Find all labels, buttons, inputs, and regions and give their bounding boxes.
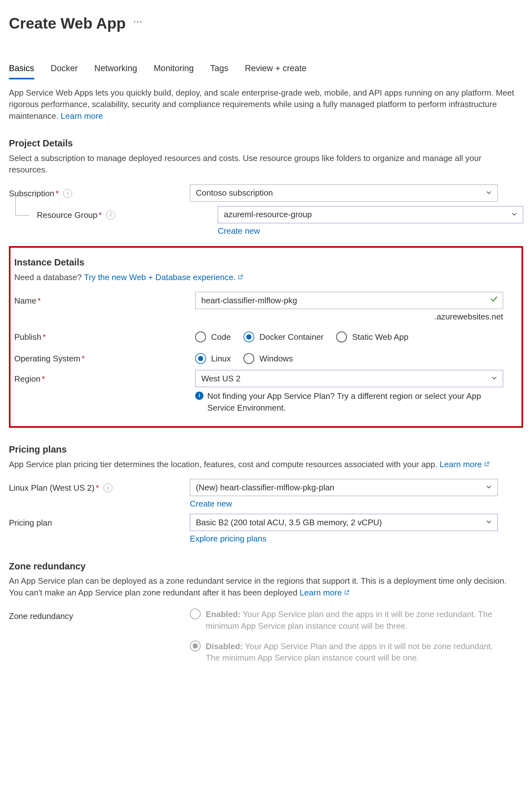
chevron-down-icon [485,517,492,528]
radio-icon [190,641,201,651]
publish-option-code[interactable]: Code [195,331,231,343]
os-option-windows-label: Windows [259,353,293,364]
publish-option-docker[interactable]: Docker Container [243,331,323,343]
explore-pricing-plans-link[interactable]: Explore pricing plans [190,534,266,544]
info-icon[interactable]: i [103,483,112,492]
tab-tags[interactable]: Tags [210,63,228,79]
zone-option-disabled-label: Disabled: Your App Service Plan and the … [206,641,498,664]
tab-monitoring[interactable]: Monitoring [154,63,194,79]
radio-icon [190,608,201,619]
external-link-icon [344,587,349,598]
zone-option-enabled-title: Enabled: [206,609,241,619]
instance-db-prompt-text: Need a database? [14,273,84,282]
chevron-down-icon [485,482,492,493]
required-marker: * [81,353,85,364]
linux-plan-select[interactable]: (New) heart-classifier-mlflow-pkg-plan [190,479,498,496]
section-pricing-desc-text: App Service plan pricing tier determines… [9,460,440,469]
name-label: Name [14,295,36,306]
section-pricing-heading: Pricing plans [9,443,523,456]
chevron-down-icon [485,187,492,199]
more-actions-icon[interactable]: ··· [133,16,143,31]
os-label: Operating System [14,353,80,364]
publish-option-docker-label: Docker Container [259,331,323,343]
os-option-windows[interactable]: Windows [243,353,293,364]
publish-option-staticwebapp[interactable]: Static Web App [336,331,408,343]
section-pricing-desc: App Service plan pricing tier determines… [9,459,517,470]
name-value: heart-classifier-mlflow-pkg [201,295,297,306]
info-icon[interactable]: i [106,211,115,219]
linux-plan-label: Linux Plan (West US 2) [9,482,95,493]
os-option-linux[interactable]: Linux [195,353,231,364]
tab-docker[interactable]: Docker [51,63,78,79]
section-zone-desc: An App Service plan can be deployed as a… [9,575,517,598]
section-zone-desc-text: An App Service plan can be deployed as a… [9,576,507,597]
required-marker: * [55,188,59,199]
tab-basics[interactable]: Basics [9,63,34,79]
os-option-linux-label: Linux [211,353,231,364]
required-marker: * [43,331,46,343]
pricing-learn-more-label: Learn more [440,459,482,470]
zone-learn-more-link[interactable]: Learn more [300,587,349,598]
zone-option-enabled: Enabled: Your App Service plan and the a… [190,608,498,632]
required-marker: * [99,209,102,221]
linux-plan-create-new-link[interactable]: Create new [190,499,232,508]
tabs: Basics Docker Networking Monitoring Tags… [9,63,523,79]
region-label: Region [14,373,40,385]
subscription-value: Contoso subscription [196,187,273,199]
pricing-plan-label: Pricing plan [9,517,52,528]
page-title-text: Create Web App [9,13,126,34]
resource-group-create-new-link[interactable]: Create new [218,226,260,236]
instance-db-prompt: Need a database? Try the new Web + Datab… [14,272,518,283]
radio-icon [336,331,347,342]
page-title: Create Web App ··· [9,13,523,34]
zone-option-disabled-title: Disabled: [206,642,243,651]
publish-label: Publish [14,331,41,343]
required-marker: * [96,482,99,493]
pricing-plan-select[interactable]: Basic B2 (200 total ACU, 3.5 GB memory, … [190,514,498,531]
zone-option-enabled-desc: Your App Service plan and the apps in it… [206,609,492,630]
region-select[interactable]: West US 2 [195,370,503,387]
subscription-select[interactable]: Contoso subscription [190,185,498,202]
external-link-icon [484,459,489,470]
pricing-learn-more-link[interactable]: Learn more [440,459,489,470]
radio-icon [243,353,254,364]
domain-suffix: .azurewebsites.net [195,311,503,322]
external-link-icon [237,272,243,283]
info-icon: i [195,392,203,400]
publish-option-staticwebapp-label: Static Web App [352,331,408,343]
region-info: i Not finding your App Service Plan? Try… [195,390,503,414]
radio-icon [195,331,206,342]
name-input[interactable]: heart-classifier-mlflow-pkg [195,292,503,309]
web-database-experience-link-label: Try the new Web + Database experience. [84,272,236,283]
linux-plan-value: (New) heart-classifier-mlflow-pkg-plan [196,482,334,493]
publish-option-code-label: Code [211,331,231,343]
tab-review-create[interactable]: Review + create [245,63,306,79]
zone-option-disabled-desc: Your App Service Plan and the apps in it… [206,642,493,663]
section-zone-heading: Zone redundancy [9,560,523,573]
web-database-experience-link[interactable]: Try the new Web + Database experience. [84,272,243,283]
resource-group-select[interactable]: azureml-resource-group [218,206,523,223]
zone-option-enabled-label: Enabled: Your App Service plan and the a… [206,608,498,632]
region-value: West US 2 [201,373,241,384]
zone-redundancy-label: Zone redundancy [9,610,73,622]
zone-learn-more-label: Learn more [300,587,342,598]
instance-details-highlight: Instance Details Need a database? Try th… [9,246,523,428]
zone-option-disabled: Disabled: Your App Service Plan and the … [190,641,498,664]
chevron-down-icon [511,209,518,220]
section-instance-details-heading: Instance Details [14,256,518,269]
resource-group-value: azureml-resource-group [224,209,312,220]
section-project-details-heading: Project Details [9,137,523,150]
intro-learn-more-link[interactable]: Learn more [61,111,103,121]
publish-radio-group: Code Docker Container Static Web App [195,328,503,343]
pricing-plan-value: Basic B2 (200 total ACU, 3.5 GB memory, … [196,517,382,528]
region-info-text: Not finding your App Service Plan? Try a… [207,390,503,414]
check-icon [489,294,498,306]
radio-icon [243,331,254,342]
resource-group-label: Resource Group [37,209,97,221]
zone-redundancy-radio-group: Enabled: Your App Service plan and the a… [190,607,498,664]
os-radio-group: Linux Windows [195,350,503,364]
tab-networking[interactable]: Networking [94,63,137,79]
section-project-details-desc: Select a subscription to manage deployed… [9,153,517,176]
radio-icon [195,353,206,364]
info-icon[interactable]: i [63,189,72,198]
